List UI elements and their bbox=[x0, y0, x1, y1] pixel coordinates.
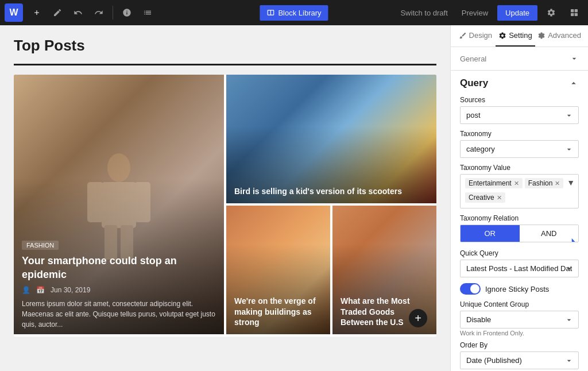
post-card-verge[interactable]: We're on the verge of making buildings a… bbox=[226, 206, 330, 334]
undo-button[interactable] bbox=[69, 3, 87, 22]
taxonomy-relation-row: OR AND bbox=[460, 225, 579, 242]
date-icon: 📅 bbox=[36, 286, 45, 294]
list-view-button[interactable] bbox=[138, 3, 157, 22]
order-by-select[interactable]: Date (Published) bbox=[460, 351, 579, 369]
switch-to-draft-button[interactable]: Switch to draft bbox=[396, 6, 452, 20]
unique-content-select[interactable]: Disable bbox=[460, 311, 579, 329]
posts-grid: Fashion Your smartphone could stop an ep… bbox=[14, 75, 436, 337]
settings-button[interactable] bbox=[542, 3, 560, 22]
svg-rect-0 bbox=[571, 9, 574, 12]
editor-area: Top Posts bbox=[0, 25, 450, 371]
fashion-card-title: Your smartphone could stop an epidemic bbox=[22, 254, 216, 281]
bird-card-overlay: Bird is selling a kid's version of its s… bbox=[226, 179, 436, 203]
fashion-card-overlay: Fashion Your smartphone could stop an ep… bbox=[14, 233, 224, 337]
sources-select[interactable]: post bbox=[460, 106, 579, 124]
verge-card-overlay: We're on the verge of making buildings a… bbox=[226, 289, 330, 334]
sidebar-panel: Design Setting Advanced General bbox=[450, 25, 588, 371]
svg-point-4 bbox=[107, 153, 130, 182]
svg-rect-1 bbox=[575, 9, 578, 12]
general-section-header[interactable]: General bbox=[451, 47, 588, 70]
toolbar-right: Switch to draft Preview Update bbox=[396, 3, 583, 22]
block-library-button[interactable]: Block Library bbox=[260, 5, 328, 21]
tag-fashion-remove[interactable]: ✕ bbox=[555, 180, 560, 187]
unique-content-hint: Work in Frontend Only. bbox=[460, 330, 579, 337]
mouse-cursor bbox=[569, 236, 579, 242]
ignore-sticky-row: Ignore Sticky Posts bbox=[460, 283, 579, 295]
tab-design[interactable]: Design bbox=[455, 25, 496, 47]
post-card-bird[interactable]: Bird is selling a kid's version of its s… bbox=[226, 75, 436, 203]
right-column: Bird is selling a kid's version of its s… bbox=[226, 75, 436, 334]
post-card-fashion[interactable]: Fashion Your smartphone could stop an ep… bbox=[14, 75, 224, 337]
main-layout: Top Posts bbox=[0, 25, 588, 371]
tag-entertainment: Entertainment ✕ bbox=[465, 178, 523, 188]
divider-1 bbox=[113, 6, 113, 20]
preview-button[interactable]: Preview bbox=[457, 6, 493, 20]
tag-entertainment-remove[interactable]: ✕ bbox=[514, 180, 519, 187]
query-section-title: Query bbox=[451, 71, 588, 91]
svg-rect-5 bbox=[102, 182, 136, 228]
sidebar-tabs: Design Setting Advanced bbox=[451, 25, 588, 47]
ignore-sticky-toggle[interactable] bbox=[460, 283, 481, 295]
taxonomy-value-arrow-icon: ▼ bbox=[567, 178, 575, 187]
fashion-card-date: Jun 30, 2019 bbox=[51, 286, 90, 294]
taxonomy-value-label: Taxonomy Value bbox=[460, 164, 579, 172]
ignore-sticky-label: Ignore Sticky Posts bbox=[485, 285, 549, 293]
add-block-button[interactable] bbox=[28, 3, 46, 22]
bird-card-title: Bird is selling a kid's version of its s… bbox=[234, 186, 428, 196]
taxonomy-select[interactable]: category bbox=[460, 140, 579, 158]
toolbar: W Block Library Switch to draft Preview … bbox=[0, 0, 588, 25]
taxonomy-label: Taxonomy bbox=[460, 130, 579, 138]
quick-query-select[interactable]: Latest Posts - Last Modified Date bbox=[460, 260, 579, 277]
unique-content-label: Unique Content Group bbox=[460, 300, 579, 308]
redo-button[interactable] bbox=[90, 3, 108, 22]
tag-creative: Creative ✕ bbox=[465, 192, 505, 203]
query-section-body: Sources post Taxonomy category Taxonomy … bbox=[451, 91, 588, 371]
fashion-card-excerpt: Lorems ipsum dolor sit amet, consectetur… bbox=[22, 299, 216, 330]
tools-button[interactable] bbox=[48, 3, 67, 22]
query-title: Query bbox=[460, 78, 488, 89]
tab-advanced-label: Advanced bbox=[548, 31, 581, 40]
svg-rect-7 bbox=[134, 182, 150, 222]
taxonomy-relation-label: Taxonomy Relation bbox=[460, 214, 579, 222]
tag-fashion: Fashion ✕ bbox=[525, 178, 564, 188]
general-section: General bbox=[451, 47, 588, 71]
sources-label: Sources bbox=[460, 96, 579, 104]
title-underline bbox=[14, 64, 436, 65]
toolbar-center: Block Library bbox=[260, 5, 328, 21]
add-content-button[interactable]: + bbox=[409, 309, 427, 327]
page-title: Top Posts bbox=[14, 37, 436, 55]
query-section: Query Sources post Taxonomy category bbox=[451, 71, 588, 371]
author-icon: 👤 bbox=[22, 286, 30, 294]
fashion-card-category: Fashion bbox=[22, 241, 59, 250]
relation-or-button[interactable]: OR bbox=[461, 225, 520, 242]
tab-setting[interactable]: Setting bbox=[496, 25, 536, 47]
blocks-panel-button[interactable] bbox=[565, 3, 583, 22]
general-label: General bbox=[460, 55, 486, 63]
svg-rect-6 bbox=[87, 182, 103, 222]
svg-rect-3 bbox=[575, 13, 578, 16]
query-chevron-icon[interactable] bbox=[568, 78, 579, 88]
wp-logo[interactable]: W bbox=[5, 3, 23, 22]
tag-creative-remove[interactable]: ✕ bbox=[497, 194, 502, 202]
svg-rect-2 bbox=[571, 13, 574, 16]
quick-query-label: Quick Query bbox=[460, 249, 579, 257]
taxonomy-value-field[interactable]: Entertainment ✕ Fashion ✕ Creative ✕ bbox=[460, 174, 579, 208]
fashion-card-meta: 👤 📅 Jun 30, 2019 bbox=[22, 286, 216, 294]
tab-setting-label: Setting bbox=[509, 31, 532, 40]
tab-advanced[interactable]: Advanced bbox=[535, 25, 583, 47]
taxonomy-value-wrapper: Entertainment ✕ Fashion ✕ Creative ✕ bbox=[460, 174, 579, 208]
general-chevron-icon bbox=[570, 54, 579, 63]
sidebar-content: General Query Sources post Taxon bbox=[451, 47, 588, 371]
order-by-label: Order By bbox=[460, 341, 579, 349]
update-button[interactable]: Update bbox=[497, 5, 537, 21]
tab-design-label: Design bbox=[469, 31, 492, 40]
bottom-cards-row: We're on the verge of making buildings a… bbox=[226, 206, 436, 334]
info-button[interactable] bbox=[118, 3, 136, 22]
verge-card-title: We're on the verge of making buildings a… bbox=[234, 296, 322, 327]
